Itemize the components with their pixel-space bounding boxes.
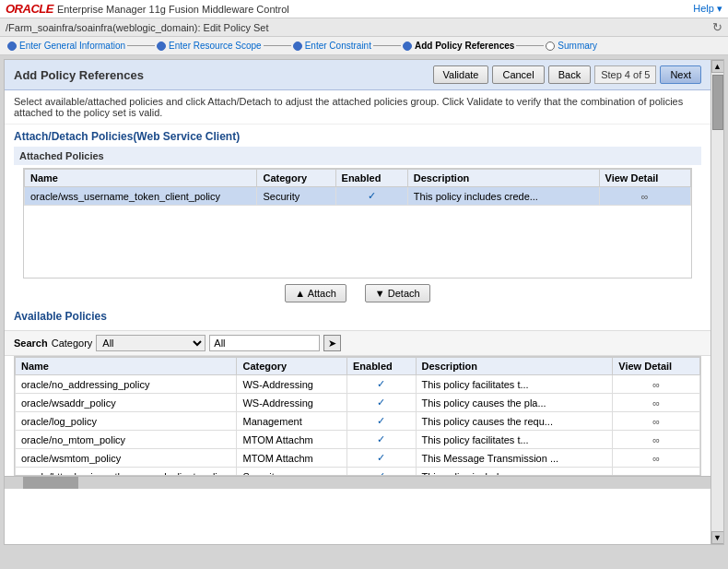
- avail-row-viewdetail[interactable]: ∞: [613, 394, 700, 412]
- search-go-button[interactable]: ➤: [323, 335, 341, 351]
- search-bar: Search Category AllSecurityManagementWS-…: [5, 330, 710, 356]
- available-table-row[interactable]: oracle/http_basic_auth_over_ssl_client_p…: [16, 468, 700, 477]
- search-input[interactable]: [209, 335, 320, 351]
- app-title: Enterprise Manager 11g Fusion Middleware…: [57, 4, 289, 15]
- content-with-scrollbar: Add Policy References Validate Cancel Ba…: [5, 60, 723, 544]
- attached-table-row[interactable]: oracle/wss_username_token_client_policy …: [25, 187, 691, 206]
- section-buttons: Validate Cancel Back Step 4 of 5 Next: [433, 65, 702, 84]
- attached-col-viewdetail: View Detail: [599, 170, 690, 187]
- attached-row-enabled: ✓: [335, 187, 407, 206]
- attach-detach-title: Attach/Detach Policies(Web Service Clien…: [14, 130, 701, 143]
- cancel-button[interactable]: Cancel: [492, 65, 544, 84]
- attached-row-name: oracle/wss_username_token_client_policy: [25, 187, 257, 206]
- avail-row-viewdetail[interactable]: ∞: [613, 412, 700, 431]
- step1-label[interactable]: Enter General Information: [19, 41, 125, 51]
- step-indicator: Step 4 of 5: [594, 65, 656, 84]
- wizard-line-1: [127, 45, 155, 46]
- header-left: ORACLE Enterprise Manager 11g Fusion Mid…: [6, 2, 289, 16]
- scrollbar-track: [5, 477, 710, 489]
- available-table-row[interactable]: oracle/no_mtom_policy MTOM Attachm ✓ Thi…: [16, 431, 700, 449]
- available-table-row[interactable]: oracle/no_addressing_policy WS-Addressin…: [16, 375, 700, 394]
- avail-row-viewdetail[interactable]: ∞: [613, 449, 700, 468]
- avail-row-category: WS-Addressing: [237, 375, 346, 394]
- available-table-row[interactable]: oracle/wsmtom_policy MTOM Attachm ✓ This…: [16, 449, 700, 468]
- step2-label[interactable]: Enter Resource Scope: [169, 41, 262, 51]
- scroll-down-button[interactable]: ▼: [711, 531, 724, 544]
- step2-circle: [157, 41, 166, 51]
- step5-label[interactable]: Summary: [558, 41, 597, 51]
- avail-row-enabled: ✓: [346, 375, 416, 394]
- available-policies-table: Name Category Enabled Description View D…: [15, 357, 700, 476]
- wizard-line-2: [264, 45, 291, 46]
- avail-col-description: Description: [416, 358, 613, 375]
- wizard-line-3: [373, 45, 401, 46]
- avail-row-category: Security: [237, 468, 346, 477]
- category-select[interactable]: AllSecurityManagementWS-AddressingMTOM A…: [96, 335, 205, 351]
- wizard-step-3[interactable]: Enter Constraint: [293, 41, 371, 51]
- attach-button[interactable]: ▲ Attach: [285, 284, 346, 302]
- help-link[interactable]: Help ▾: [693, 3, 722, 15]
- wizard-steps: Enter General Information Enter Resource…: [0, 37, 728, 55]
- avail-row-enabled: ✓: [346, 468, 416, 477]
- attached-policies-label: Attached Policies: [14, 147, 701, 165]
- avail-row-description: This policy causes the pla...: [416, 394, 613, 412]
- avail-row-viewdetail[interactable]: ∞: [613, 375, 700, 394]
- attached-col-enabled: Enabled: [335, 170, 407, 187]
- wizard-step-1[interactable]: Enter General Information: [7, 41, 125, 51]
- step5-circle: [546, 41, 555, 51]
- scroll-area: Add Policy References Validate Cancel Ba…: [5, 60, 710, 544]
- scroll-up-button[interactable]: ▲: [711, 60, 724, 73]
- avail-row-name: oracle/no_addressing_policy: [16, 375, 237, 394]
- page-title: /Farm_soainfra/soainfra(weblogic_domain)…: [6, 22, 269, 33]
- attached-row-description: This policy includes crede...: [407, 187, 599, 206]
- category-label: Category: [52, 338, 93, 349]
- scroll-thumb[interactable]: [712, 75, 723, 130]
- available-table-row[interactable]: oracle/wsaddr_policy WS-Addressing ✓ Thi…: [16, 394, 700, 412]
- avail-row-name: oracle/wsaddr_policy: [16, 394, 237, 412]
- detach-button[interactable]: ▼ Detach: [365, 284, 430, 302]
- info-text: Select available/attached policies and c…: [5, 90, 710, 124]
- step3-circle: [293, 41, 302, 51]
- avail-row-category: Management: [237, 412, 346, 431]
- available-table-row[interactable]: oracle/log_policy Management ✓ This poli…: [16, 412, 700, 431]
- refresh-icon[interactable]: ↻: [712, 20, 722, 34]
- available-table-container: Name Category Enabled Description View D…: [14, 356, 701, 476]
- section-header: Add Policy References Validate Cancel Ba…: [5, 60, 710, 90]
- avail-row-viewdetail[interactable]: ∞: [613, 431, 700, 449]
- page-title-bar: /Farm_soainfra/soainfra(weblogic_domain)…: [0, 18, 728, 37]
- avail-row-category: MTOM Attachm: [237, 449, 346, 468]
- avail-row-description: This policy facilitates t...: [416, 375, 613, 394]
- step3-label[interactable]: Enter Constraint: [305, 41, 371, 51]
- back-button[interactable]: Back: [548, 65, 591, 84]
- attached-row-category: Security: [257, 187, 335, 206]
- attached-policies-table: Name Category Enabled Description View D…: [24, 169, 691, 206]
- avail-row-name: oracle/no_mtom_policy: [16, 431, 237, 449]
- oracle-logo: ORACLE: [6, 2, 53, 16]
- wizard-line-4: [516, 45, 544, 46]
- next-button[interactable]: Next: [660, 65, 701, 84]
- step1-circle: [7, 41, 17, 51]
- wizard-step-4[interactable]: Add Policy References: [403, 41, 514, 51]
- h-scrollbar[interactable]: [5, 476, 710, 489]
- avail-col-name: Name: [16, 358, 237, 375]
- attached-col-category: Category: [257, 170, 335, 187]
- validate-button[interactable]: Validate: [433, 65, 489, 84]
- avail-row-name: oracle/log_policy: [16, 412, 237, 431]
- available-policies-label: Available Policies: [14, 310, 701, 323]
- wizard-step-2[interactable]: Enter Resource Scope: [157, 41, 262, 51]
- avail-row-viewdetail[interactable]: ∞: [613, 468, 700, 477]
- search-label: Search: [14, 338, 48, 349]
- wizard-step-5[interactable]: Summary: [546, 41, 597, 51]
- section-title: Add Policy References: [14, 68, 144, 82]
- step4-circle: [403, 41, 412, 51]
- avail-row-name: oracle/http_basic_auth_over_ssl_client_p…: [16, 468, 237, 477]
- avail-col-viewdetail: View Detail: [613, 358, 700, 375]
- attached-row-viewdetail[interactable]: ∞: [599, 187, 690, 206]
- avail-row-category: WS-Addressing: [237, 394, 346, 412]
- avail-row-enabled: ✓: [346, 449, 416, 468]
- avail-col-category: Category: [237, 358, 346, 375]
- action-row: ▲ Attach ▼ Detach: [14, 279, 701, 308]
- scrollbar-thumb[interactable]: [23, 477, 78, 489]
- avail-row-description: This policy facilitates t...: [416, 431, 613, 449]
- avail-row-name: oracle/wsmtom_policy: [16, 449, 237, 468]
